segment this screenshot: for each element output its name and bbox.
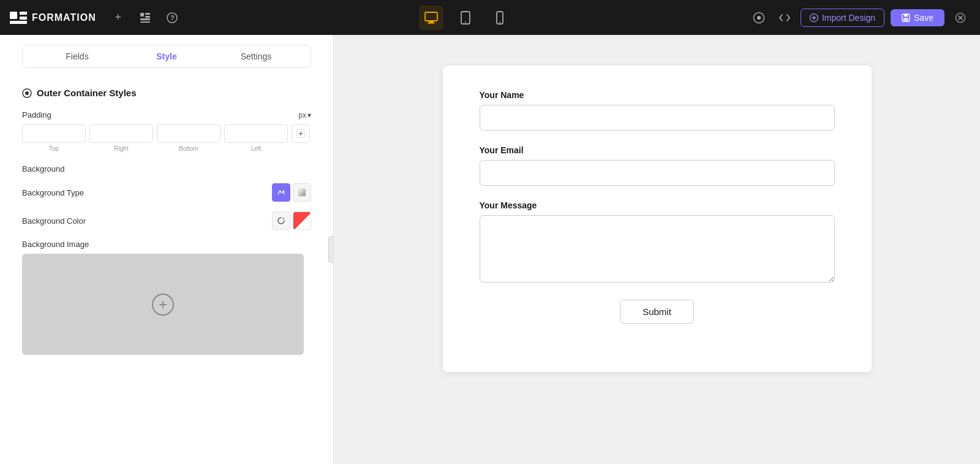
device-desktop-button[interactable] (419, 6, 443, 30)
svg-text:?: ? (170, 14, 175, 21)
form-message-label: Your Message (480, 200, 835, 210)
form-email-input[interactable] (480, 160, 835, 186)
background-label: Background (22, 164, 311, 173)
padding-inputs (22, 124, 311, 143)
save-label: Save (914, 13, 933, 23)
import-design-button[interactable]: Import Design (801, 9, 884, 27)
svg-line-33 (293, 212, 311, 229)
form-submit-button[interactable]: Submit (620, 300, 694, 324)
svg-point-17 (499, 21, 500, 23)
import-design-label: Import Design (822, 13, 875, 23)
background-color-label: Background Color (22, 216, 272, 226)
main-layout: Fields Style Settings Outer Container St… (0, 35, 980, 464)
code-button[interactable] (775, 8, 794, 28)
background-type-buttons (272, 183, 311, 202)
svg-rect-13 (428, 23, 435, 24)
form-email-group: Your Email (480, 145, 835, 186)
form-name-group: Your Name (480, 90, 835, 131)
background-image-section: Background Image (22, 240, 311, 355)
background-image-label: Background Image (22, 240, 311, 249)
tab-settings[interactable]: Settings (211, 45, 301, 67)
bg-image-plus-icon (152, 294, 174, 316)
form-submit-row: Submit (480, 300, 835, 324)
svg-point-19 (757, 16, 761, 20)
svg-point-30 (25, 91, 29, 95)
tab-style[interactable]: Style (122, 45, 211, 67)
save-button[interactable]: Save (891, 9, 944, 26)
close-button[interactable] (951, 8, 970, 28)
form-name-label: Your Name (480, 90, 835, 100)
padding-label: Padding (22, 110, 298, 120)
preview-area: Your Name Your Email Your Message Submit (334, 35, 980, 464)
padding-sublabels: Top Right Bottom Left (22, 145, 311, 152)
svg-rect-2 (20, 17, 27, 20)
svg-rect-8 (140, 21, 150, 23)
panel-tabs: Fields Style Settings (22, 45, 311, 68)
svg-rect-12 (429, 21, 434, 23)
padding-right-input[interactable] (89, 124, 153, 143)
background-color-controls (272, 211, 311, 230)
svg-point-15 (465, 21, 466, 23)
padding-right-label: Right (89, 145, 153, 152)
device-mobile-button[interactable] (488, 6, 512, 30)
svg-rect-6 (145, 16, 150, 18)
svg-rect-24 (904, 14, 908, 17)
bg-type-solid-button[interactable] (272, 183, 290, 202)
device-tablet-button[interactable] (453, 6, 478, 30)
preview-button[interactable] (749, 8, 769, 28)
panel-content: Outer Container Styles Padding px ▾ (0, 78, 333, 464)
background-color-row: Background Color (22, 211, 311, 230)
padding-unit-select[interactable]: px ▾ (298, 111, 311, 120)
background-image-upload[interactable] (22, 254, 304, 355)
form-message-textarea[interactable] (480, 215, 835, 283)
background-type-label: Background Type (22, 188, 272, 197)
svg-rect-32 (298, 189, 306, 196)
padding-section: Padding px ▾ (22, 110, 311, 152)
bg-type-gradient-button[interactable] (293, 183, 311, 202)
svg-rect-3 (10, 21, 27, 24)
padding-link-button[interactable] (292, 124, 310, 143)
svg-rect-11 (425, 12, 437, 21)
section-title: Outer Container Styles (22, 88, 311, 98)
svg-rect-25 (903, 18, 908, 21)
padding-label-row: Padding px ▾ (22, 110, 311, 120)
layers-button[interactable] (135, 8, 155, 28)
form-message-group: Your Message (480, 200, 835, 285)
form-name-input[interactable] (480, 105, 835, 131)
section-title-text: Outer Container Styles (37, 88, 137, 98)
logo-text: FORMATION (32, 12, 96, 23)
tab-fields[interactable]: Fields (32, 45, 122, 67)
padding-bottom-label: Bottom (157, 145, 221, 152)
background-row: Background (22, 164, 311, 173)
form-preview: Your Name Your Email Your Message Submit (443, 66, 872, 372)
background-type-row: Background Type (22, 183, 311, 202)
left-panel: Fields Style Settings Outer Container St… (0, 35, 334, 464)
padding-left-label: Left (224, 145, 288, 152)
padding-bottom-input[interactable] (157, 124, 221, 143)
form-email-label: Your Email (480, 145, 835, 155)
padding-unit-chevron: ▾ (307, 111, 311, 120)
device-toggle-group (189, 6, 742, 30)
section-icon (22, 88, 32, 98)
svg-rect-1 (20, 12, 27, 15)
panel-collapse-toggle[interactable]: ‹ (328, 236, 334, 263)
help-button[interactable]: ? (162, 8, 182, 28)
svg-rect-0 (10, 12, 17, 19)
padding-left-input[interactable] (224, 124, 288, 143)
logo-icon (10, 12, 27, 24)
padding-top-label: Top (22, 145, 86, 152)
background-color-swatch[interactable] (293, 211, 311, 230)
padding-top-input[interactable] (22, 124, 86, 143)
svg-rect-5 (145, 13, 150, 15)
nav-right-actions: Import Design Save (749, 8, 970, 28)
logo: FORMATION (10, 12, 96, 24)
color-reset-button[interactable] (272, 211, 290, 230)
svg-rect-4 (140, 13, 144, 17)
padding-unit-label: px (298, 111, 306, 120)
svg-rect-7 (140, 18, 150, 20)
topnav: FORMATION + ? (0, 0, 980, 35)
add-button[interactable]: + (108, 8, 128, 28)
